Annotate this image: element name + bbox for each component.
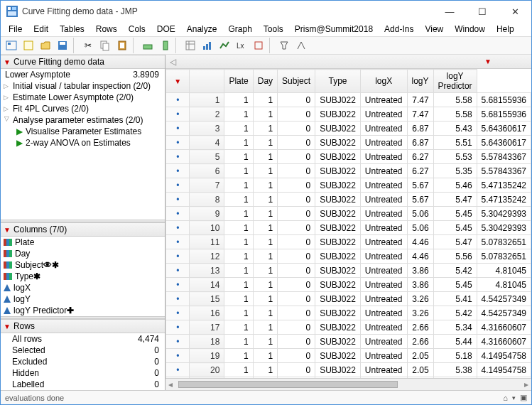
horizontal-scrollbar[interactable]: ◂▸: [165, 378, 531, 390]
cell-logy[interactable]: 5.44: [433, 335, 477, 349]
cell-day[interactable]: 1: [253, 164, 277, 178]
table-row[interactable]: •15110SUBJ022Untreated3.265.414.54257349: [166, 292, 531, 306]
cell-day[interactable]: 1: [253, 292, 277, 306]
row-marker[interactable]: •: [166, 306, 190, 320]
cell-logy[interactable]: 5.47: [433, 193, 477, 207]
grid-scroll-area[interactable]: ▼PlateDaySubjectTypelogXlogYlogYPredicto…: [165, 69, 531, 378]
cell-pred[interactable]: 4.54257349: [477, 306, 531, 320]
cell-pred[interactable]: 5.64360617: [477, 122, 531, 136]
table-row[interactable]: •18110SUBJ022Untreated2.665.444.31660607: [166, 335, 531, 349]
cell-pred[interactable]: 4.31660607: [477, 320, 531, 335]
row-number[interactable]: 17: [190, 320, 224, 335]
table-row[interactable]: •3110SUBJ022Untreated6.875.435.64360617: [166, 122, 531, 136]
cell-type[interactable]: Untreated: [360, 249, 407, 264]
script-item[interactable]: ▷Initial visual / tabular inspection (2/…: [1, 80, 165, 92]
cell-plate[interactable]: 1: [224, 292, 253, 306]
column-header[interactable]: Type: [315, 70, 361, 93]
row-number[interactable]: 4: [190, 136, 224, 150]
column-item[interactable]: Type ✱: [1, 271, 165, 282]
cell-day[interactable]: 1: [253, 122, 277, 136]
cell-subjname[interactable]: SUBJ022: [315, 249, 361, 264]
cell-plate[interactable]: 1: [224, 363, 253, 377]
row-number[interactable]: 3: [190, 122, 224, 136]
cell-subjname[interactable]: SUBJ022: [315, 335, 361, 349]
cell-subjname[interactable]: SUBJ022: [315, 264, 361, 278]
cell-type[interactable]: Untreated: [360, 377, 407, 379]
cell-subject[interactable]: 0: [278, 235, 315, 249]
cell-logx[interactable]: 1.45: [407, 377, 433, 379]
cell-type[interactable]: Untreated: [360, 122, 407, 136]
cell-subject[interactable]: 0: [278, 264, 315, 278]
cell-plate[interactable]: 1: [224, 335, 253, 349]
columns-panel-header[interactable]: ▼ Columns (7/0): [1, 222, 165, 237]
cell-day[interactable]: 1: [253, 363, 277, 377]
cell-logy[interactable]: 5.45: [433, 221, 477, 235]
cell-pred[interactable]: 5.68155936: [477, 93, 531, 107]
row-number[interactable]: 5: [190, 150, 224, 164]
row-number[interactable]: 13: [190, 264, 224, 278]
cell-subjname[interactable]: SUBJ022: [315, 377, 361, 379]
column-item[interactable]: Day: [1, 248, 165, 259]
cell-type[interactable]: Untreated: [360, 335, 407, 349]
toolbar-paste-icon[interactable]: [114, 38, 130, 53]
cell-logx[interactable]: 3.86: [407, 278, 433, 292]
toolbar-btn-16[interactable]: [293, 38, 309, 53]
cell-subject[interactable]: 0: [278, 363, 315, 377]
cell-logy[interactable]: 5.34: [433, 320, 477, 335]
row-marker-header[interactable]: ▼: [166, 70, 190, 93]
cell-pred[interactable]: 4.81045: [477, 264, 531, 278]
toolbar-btn-1[interactable]: [4, 38, 19, 53]
cell-type[interactable]: Untreated: [360, 320, 407, 335]
cell-day[interactable]: 1: [253, 207, 277, 221]
table-row[interactable]: •2110SUBJ022Untreated7.475.585.68155936: [166, 107, 531, 122]
cell-logx[interactable]: 5.67: [407, 193, 433, 207]
cell-subjname[interactable]: SUBJ022: [315, 193, 361, 207]
cell-subjname[interactable]: SUBJ022: [315, 150, 361, 164]
menu-tools[interactable]: Tools: [259, 23, 288, 36]
cell-day[interactable]: 1: [253, 335, 277, 349]
cell-subjname[interactable]: SUBJ022: [315, 221, 361, 235]
table-row[interactable]: •19110SUBJ022Untreated2.055.184.14954758: [166, 349, 531, 363]
cell-logy[interactable]: 5.58: [433, 93, 477, 107]
cell-subjname[interactable]: SUBJ022: [315, 363, 361, 377]
menu-addins[interactable]: Add-Ins: [379, 23, 418, 36]
script-item[interactable]: ▷Analyse parameter estimates (2/0): [1, 114, 165, 126]
menu-prismsummit2018[interactable]: Prism@Summit2018: [290, 23, 378, 36]
cell-plate[interactable]: 1: [224, 306, 253, 320]
cell-subject[interactable]: 0: [278, 292, 315, 306]
menu-help[interactable]: Help: [492, 23, 519, 36]
cell-subjname[interactable]: SUBJ022: [315, 93, 361, 107]
table-row[interactable]: •20110SUBJ022Untreated2.055.384.14954758: [166, 363, 531, 377]
column-item[interactable]: Subject 👁✱: [1, 259, 165, 271]
cell-subject[interactable]: 0: [278, 164, 315, 178]
row-number[interactable]: 19: [190, 349, 224, 363]
cell-type[interactable]: Untreated: [360, 136, 407, 150]
row-marker[interactable]: •: [166, 207, 190, 221]
row-number[interactable]: 16: [190, 306, 224, 320]
table-row[interactable]: •14110SUBJ022Untreated3.865.454.81045: [166, 278, 531, 292]
cell-pred[interactable]: 5.30429393: [477, 207, 531, 221]
menu-view[interactable]: View: [420, 23, 448, 36]
cell-logy[interactable]: 5.42: [433, 264, 477, 278]
cell-subjname[interactable]: SUBJ022: [315, 122, 361, 136]
cell-logx[interactable]: 6.87: [407, 136, 433, 150]
row-number[interactable]: 18: [190, 335, 224, 349]
row-number[interactable]: 1: [190, 93, 224, 107]
cell-day[interactable]: 1: [253, 278, 277, 292]
menu-window[interactable]: Window: [450, 23, 490, 36]
cell-pred[interactable]: 5.68155936: [477, 107, 531, 122]
maximize-button[interactable]: ☐: [466, 1, 499, 22]
row-marker[interactable]: •: [166, 235, 190, 249]
cell-plate[interactable]: 1: [224, 349, 253, 363]
cell-subject[interactable]: 0: [278, 249, 315, 264]
row-marker[interactable]: •: [166, 178, 190, 193]
cell-subject[interactable]: 0: [278, 178, 315, 193]
cell-day[interactable]: 1: [253, 221, 277, 235]
row-marker[interactable]: •: [166, 93, 190, 107]
cell-pred[interactable]: 5.07832651: [477, 249, 531, 264]
cell-plate[interactable]: 1: [224, 178, 253, 193]
menu-cols[interactable]: Cols: [124, 23, 151, 36]
column-header[interactable]: Subject: [278, 70, 315, 93]
row-number[interactable]: 12: [190, 249, 224, 264]
status-dropdown-icon[interactable]: ▾: [512, 394, 516, 401]
